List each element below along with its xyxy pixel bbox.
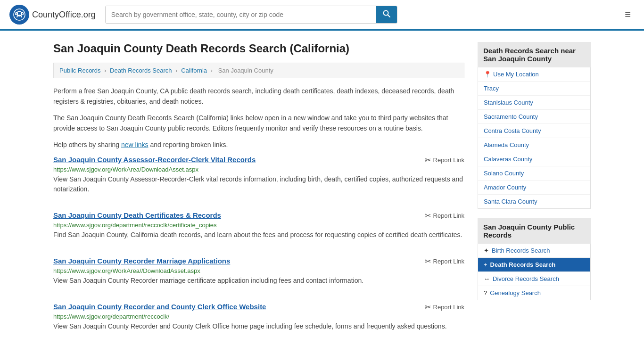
- sidebar-pr-link-1[interactable]: Death Records Search: [490, 261, 556, 268]
- site-header: CountyOffice.org ≡: [0, 0, 644, 31]
- search-input[interactable]: [106, 6, 376, 23]
- svg-line-5: [388, 15, 390, 17]
- sidebar-public-records-header: San Joaquin County Public Records: [478, 218, 591, 244]
- report-link-2[interactable]: ✂ Report Link: [425, 257, 464, 266]
- sidebar-nearby-item-0[interactable]: 📍 Use My Location: [478, 67, 590, 82]
- sidebar-nearby-link-4[interactable]: Contra Costa County: [484, 127, 541, 134]
- location-icon: 📍: [484, 71, 491, 78]
- report-icon-2: ✂: [425, 257, 431, 266]
- sidebar-nearby-section: Death Records Search near San Joaquin Co…: [478, 42, 591, 209]
- sidebar-nearby-link-9[interactable]: Santa Clara County: [484, 198, 537, 205]
- record-entry: San Joaquin County Death Certificates & …: [53, 211, 464, 244]
- death-records-icon: +: [484, 261, 487, 268]
- sidebar-public-records-list: ✦ Birth Records Search + Death Records S…: [478, 244, 591, 300]
- sidebar-nearby-link-0[interactable]: Use My Location: [493, 71, 539, 78]
- logo-text: CountyOffice.org: [32, 10, 96, 20]
- birth-records-icon: ✦: [484, 247, 489, 254]
- report-icon-3: ✂: [425, 303, 431, 312]
- sidebar-nearby-item-9[interactable]: Santa Clara County: [478, 195, 590, 208]
- sidebar-nearby-item-8[interactable]: Amador County: [478, 181, 590, 195]
- sidebar-nearby-link-5[interactable]: Alameda County: [484, 141, 529, 148]
- record-title-row: San Joaquin County Recorder Marriage App…: [53, 257, 464, 266]
- sidebar-nearby-header: Death Records Search near San Joaquin Co…: [478, 42, 591, 67]
- sidebar-pr-link-2[interactable]: Divorce Records Search: [493, 275, 559, 282]
- breadcrumb: Public Records › Death Records Search › …: [53, 63, 464, 78]
- record-url-1: https://www.sjgov.org/department/reccocl…: [53, 222, 464, 229]
- sidebar: Death Records Search near San Joaquin Co…: [478, 42, 591, 348]
- record-title-row: San Joaquin County Recorder and County C…: [53, 303, 464, 312]
- sidebar-nearby-link-3[interactable]: Sacramento County: [484, 113, 538, 120]
- sidebar-pr-item-1[interactable]: + Death Records Search: [478, 258, 590, 272]
- record-desc-2: View San Joaquin County Recorder marriag…: [53, 276, 464, 286]
- record-title-row: San Joaquin County Assessor-Recorder-Cle…: [53, 156, 464, 165]
- record-title-2[interactable]: San Joaquin County Recorder Marriage App…: [53, 257, 230, 265]
- sidebar-nearby-link-6[interactable]: Calaveras County: [484, 156, 532, 163]
- report-icon-0: ✂: [425, 156, 431, 165]
- record-entry: San Joaquin County Recorder and County C…: [53, 303, 464, 335]
- header-right: ≡: [621, 7, 635, 23]
- sidebar-nearby-item-3[interactable]: Sacramento County: [478, 110, 590, 124]
- divorce-records-icon: ↔: [484, 275, 490, 282]
- content-area: San Joaquin County Death Records Search …: [53, 42, 464, 348]
- record-title-row: San Joaquin County Death Certificates & …: [53, 211, 464, 220]
- sidebar-nearby-link-8[interactable]: Amador County: [484, 184, 526, 191]
- page-title: San Joaquin County Death Records Search …: [53, 42, 464, 55]
- logo-icon: [9, 5, 29, 25]
- sidebar-nearby-link-7[interactable]: Solano County: [484, 170, 524, 177]
- sidebar-pr-item-3[interactable]: ? Genealogy Search: [478, 286, 590, 300]
- sidebar-nearby-list: 📍 Use My Location Tracy Stanislaus Count…: [478, 67, 591, 209]
- sidebar-nearby-link-2[interactable]: Stanislaus County: [484, 99, 533, 106]
- breadcrumb-san-joaquin: San Joaquin County: [218, 67, 273, 74]
- main-container: San Joaquin County Death Records Search …: [44, 31, 600, 360]
- record-title-1[interactable]: San Joaquin County Death Certificates & …: [53, 211, 221, 219]
- sidebar-nearby-item-2[interactable]: Stanislaus County: [478, 96, 590, 110]
- description-2: The San Joaquin County Death Records Sea…: [53, 113, 464, 134]
- record-url-0: https://www.sjgov.org/WorkArea/DownloadA…: [53, 166, 464, 173]
- record-entry: San Joaquin County Recorder Marriage App…: [53, 257, 464, 289]
- sidebar-nearby-item-1[interactable]: Tracy: [478, 82, 590, 96]
- sidebar-pr-link-0[interactable]: Birth Records Search: [492, 247, 550, 254]
- record-desc-1: Find San Joaquin County, California deat…: [53, 230, 464, 240]
- sidebar-nearby-item-5[interactable]: Alameda County: [478, 138, 590, 152]
- sidebar-pr-link-3[interactable]: Genealogy Search: [490, 289, 541, 296]
- search-bar: [105, 6, 397, 24]
- description-3: Help others by sharing new links and rep…: [53, 140, 464, 150]
- sidebar-nearby-link-1[interactable]: Tracy: [484, 85, 499, 92]
- report-link-1[interactable]: ✂ Report Link: [425, 211, 464, 220]
- genealogy-icon: ?: [484, 289, 487, 296]
- sidebar-public-records-section: San Joaquin County Public Records ✦ Birt…: [478, 218, 591, 300]
- breadcrumb-california[interactable]: California: [181, 67, 207, 74]
- report-link-0[interactable]: ✂ Report Link: [425, 156, 464, 165]
- record-title-0[interactable]: San Joaquin County Assessor-Recorder-Cle…: [53, 156, 256, 164]
- record-url-3: https://www.sjgov.org/department/reccocl…: [53, 313, 464, 320]
- record-desc-0: View San Joaquin County Assessor-Recorde…: [53, 174, 464, 194]
- record-desc-3: View San Joaquin County Recorder and Cou…: [53, 321, 464, 331]
- description-1: Perform a free San Joaquin County, CA pu…: [53, 86, 464, 107]
- report-icon-1: ✂: [425, 211, 431, 220]
- report-link-3[interactable]: ✂ Report Link: [425, 303, 464, 312]
- menu-button[interactable]: ≡: [621, 7, 635, 23]
- breadcrumb-death-records[interactable]: Death Records Search: [110, 67, 172, 74]
- breadcrumb-public-records[interactable]: Public Records: [59, 67, 100, 74]
- sidebar-nearby-item-4[interactable]: Contra Costa County: [478, 124, 590, 138]
- logo-link[interactable]: CountyOffice.org: [9, 5, 96, 25]
- record-entry: San Joaquin County Assessor-Recorder-Cle…: [53, 156, 464, 198]
- record-url-2: https://www.sjgov.org/WorkArea//Download…: [53, 267, 464, 274]
- sidebar-nearby-item-6[interactable]: Calaveras County: [478, 152, 590, 166]
- search-button[interactable]: [376, 6, 397, 23]
- record-title-3[interactable]: San Joaquin County Recorder and County C…: [53, 303, 266, 311]
- sidebar-pr-item-2[interactable]: ↔ Divorce Records Search: [478, 272, 590, 286]
- sidebar-pr-item-0[interactable]: ✦ Birth Records Search: [478, 244, 590, 258]
- new-links-link[interactable]: new links: [121, 141, 149, 148]
- sidebar-nearby-item-7[interactable]: Solano County: [478, 166, 590, 181]
